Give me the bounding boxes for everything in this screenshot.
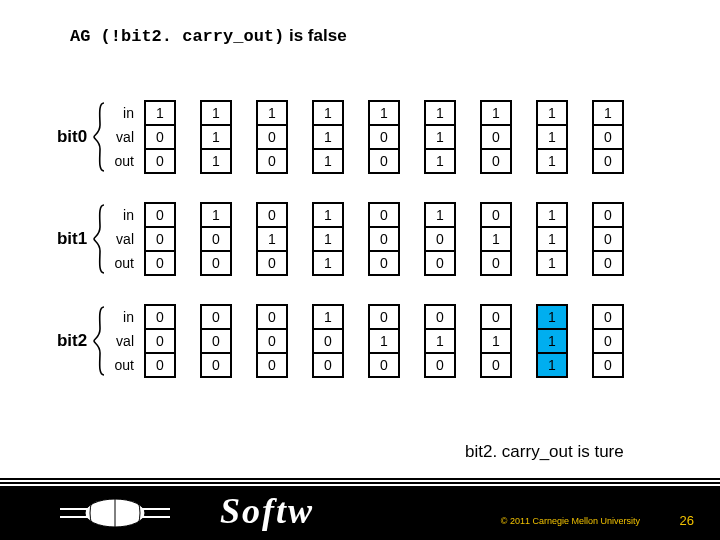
state-cell: 0 [146, 126, 174, 150]
state-cell: 0 [482, 204, 510, 228]
bit-group-label: bit0 [52, 127, 92, 147]
state-column: 100 [312, 304, 344, 378]
state-cell: 1 [314, 150, 342, 172]
state-cell: 0 [594, 330, 622, 354]
state-cell: 0 [594, 252, 622, 274]
state-cell: 0 [202, 330, 230, 354]
state-column: 000 [592, 304, 624, 378]
state-cell: 0 [258, 354, 286, 376]
state-column: 000 [256, 304, 288, 378]
curly-brace-icon [92, 203, 106, 275]
state-column: 111 [536, 202, 568, 276]
bit-group-label: bit1 [52, 229, 92, 249]
state-column: 100 [256, 100, 288, 174]
state-cell: 0 [594, 126, 622, 150]
bit-group: bit1invalout000100010111000100010111000 [52, 202, 624, 276]
state-cell: 0 [146, 306, 174, 330]
state-column: 111 [200, 100, 232, 174]
state-column: 010 [256, 202, 288, 276]
state-cell: 0 [146, 252, 174, 274]
state-cell: 0 [202, 228, 230, 252]
state-cell: 0 [594, 306, 622, 330]
row-labels: invalout [108, 305, 138, 377]
state-cell: 1 [482, 228, 510, 252]
state-cell: 1 [314, 126, 342, 150]
state-column: 100 [200, 202, 232, 276]
row-label: val [108, 227, 138, 251]
row-label: in [108, 203, 138, 227]
world-icon [60, 492, 170, 538]
state-cell: 0 [202, 252, 230, 274]
state-column: 010 [480, 202, 512, 276]
state-cell: 1 [538, 150, 566, 172]
state-cell: 1 [426, 204, 454, 228]
state-column-highlight: 111 [536, 304, 568, 378]
state-cell: 1 [426, 330, 454, 354]
state-cell: 0 [146, 354, 174, 376]
state-cell: 0 [258, 204, 286, 228]
row-label: out [108, 149, 138, 173]
bit-group: bit0invalout100111100111100111100111100 [52, 100, 624, 174]
state-column: 100 [480, 100, 512, 174]
state-cell: 0 [370, 306, 398, 330]
state-cell: 1 [538, 204, 566, 228]
state-columns: 000100010111000100010111000 [144, 202, 624, 276]
state-cell: 1 [258, 228, 286, 252]
state-columns: 100111100111100111100111100 [144, 100, 624, 174]
state-cell: 0 [594, 204, 622, 228]
state-cell: 1 [370, 330, 398, 354]
row-label: val [108, 329, 138, 353]
row-label: val [108, 125, 138, 149]
state-cell: 0 [314, 330, 342, 354]
state-cell: 1 [370, 102, 398, 126]
state-cell: 0 [370, 354, 398, 376]
state-cell: 0 [482, 354, 510, 376]
state-cell: 0 [258, 306, 286, 330]
state-table-groups: bit0invalout100111100111100111100111100b… [52, 100, 624, 406]
curly-brace-icon [92, 101, 106, 173]
state-cell: 1 [538, 252, 566, 274]
state-cell: 1 [314, 306, 342, 330]
state-cell: 0 [426, 228, 454, 252]
state-column: 010 [424, 304, 456, 378]
state-cell: 0 [146, 330, 174, 354]
state-cell: 0 [314, 354, 342, 376]
state-cell: 0 [482, 306, 510, 330]
state-cell: 0 [370, 252, 398, 274]
annotation-text: bit2. carry_out is ture [465, 442, 624, 462]
bit-group-label: bit2 [52, 331, 92, 351]
row-label: in [108, 305, 138, 329]
row-labels: invalout [108, 101, 138, 173]
footer-brand: Softw [220, 490, 314, 532]
row-label: in [108, 101, 138, 125]
state-cell: 1 [538, 126, 566, 150]
state-cell: 1 [426, 126, 454, 150]
state-cell: 1 [314, 204, 342, 228]
state-column: 010 [368, 304, 400, 378]
headline-code: AG (!bit2. carry_out) [70, 27, 284, 46]
state-cell: 0 [482, 126, 510, 150]
state-cell: 1 [202, 150, 230, 172]
state-cell: 0 [426, 354, 454, 376]
state-cell: 0 [146, 228, 174, 252]
state-columns: 000000000100010010010111000 [144, 304, 624, 378]
state-cell: 0 [146, 150, 174, 172]
state-cell: 0 [258, 252, 286, 274]
state-cell: 1 [314, 252, 342, 274]
row-labels: invalout [108, 203, 138, 275]
state-cell: 0 [370, 126, 398, 150]
state-cell: 1 [202, 204, 230, 228]
state-column: 100 [424, 202, 456, 276]
state-column: 000 [144, 202, 176, 276]
state-cell: 0 [482, 252, 510, 274]
state-cell: 1 [426, 102, 454, 126]
state-cell: 0 [202, 306, 230, 330]
row-label: out [108, 251, 138, 275]
state-column: 111 [312, 100, 344, 174]
state-column: 111 [536, 100, 568, 174]
state-column: 100 [592, 100, 624, 174]
state-column: 000 [368, 202, 400, 276]
state-column: 010 [480, 304, 512, 378]
row-label: out [108, 353, 138, 377]
state-column: 000 [144, 304, 176, 378]
